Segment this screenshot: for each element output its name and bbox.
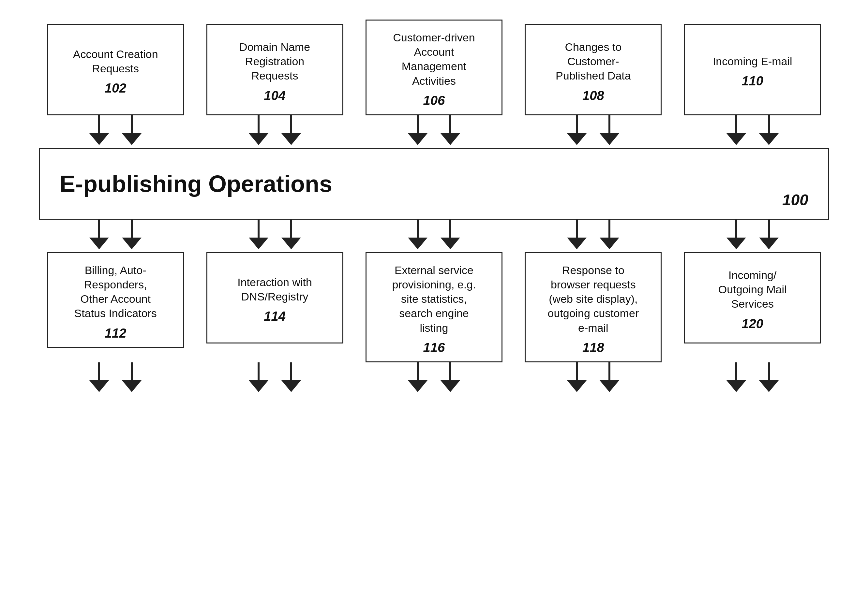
double-arrow-3 xyxy=(564,115,623,145)
arrow-line-icon xyxy=(290,220,292,238)
arrow-shaft-final-3-1 xyxy=(596,362,623,392)
box-110-label: Incoming E-mail xyxy=(713,54,792,69)
arrow-head-icon xyxy=(759,133,779,145)
arrow-head-icon xyxy=(726,380,746,392)
top-boxes-row: Account Creation Requests102Domain Name … xyxy=(26,19,842,115)
arrow-head-icon xyxy=(89,238,109,249)
arrows-bottom xyxy=(26,220,842,252)
arrow-shaft-0-0 xyxy=(86,115,112,145)
arrow-top-1 xyxy=(207,115,343,145)
arrow-bottom-4 xyxy=(684,220,821,249)
double-arrow-bottom-2 xyxy=(405,220,463,249)
double-arrow-1 xyxy=(245,115,304,145)
arrow-head-icon xyxy=(408,380,428,392)
arrow-final-0 xyxy=(47,362,184,392)
arrow-line-icon xyxy=(417,220,419,238)
arrow-final-4 xyxy=(684,362,821,392)
arrow-top-2 xyxy=(365,115,503,145)
bottom-boxes-row: Billing, Auto- Responders, Other Account… xyxy=(26,252,842,362)
arrow-head-icon xyxy=(249,238,268,249)
arrow-head-icon xyxy=(249,133,268,145)
arrow-line-icon xyxy=(768,362,770,380)
arrow-shaft-3-1 xyxy=(596,115,623,145)
double-arrow-final-1 xyxy=(245,362,304,392)
box-102: Account Creation Requests102 xyxy=(47,24,184,115)
arrow-shaft-final-1-0 xyxy=(245,362,272,392)
arrow-shaft-bottom-2-1 xyxy=(437,220,463,249)
box-114: Interaction with DNS/Registry114 xyxy=(207,252,343,344)
arrow-shaft-bottom-3-0 xyxy=(564,220,590,249)
double-arrow-final-3 xyxy=(564,362,623,392)
arrow-shaft-bottom-1-0 xyxy=(245,220,272,249)
arrow-line-icon xyxy=(735,220,737,238)
arrow-head-icon xyxy=(122,380,142,392)
box-102-number: 102 xyxy=(105,81,127,96)
arrow-line-icon xyxy=(576,220,578,238)
arrow-final-3 xyxy=(525,362,661,392)
arrow-head-icon xyxy=(600,238,619,249)
arrow-head-icon xyxy=(89,133,109,145)
arrow-bottom-1 xyxy=(207,220,343,249)
box-110-number: 110 xyxy=(741,74,763,88)
double-arrow-4 xyxy=(723,115,782,145)
arrow-shaft-2-0 xyxy=(405,115,431,145)
arrow-bottom-0 xyxy=(47,220,184,249)
arrow-shaft-bottom-0-0 xyxy=(86,220,112,249)
double-arrow-0 xyxy=(86,115,145,145)
box-110: Incoming E-mail110 xyxy=(684,24,821,115)
double-arrow-bottom-0 xyxy=(86,220,145,249)
arrow-head-icon xyxy=(600,380,619,392)
arrow-line-icon xyxy=(131,220,133,238)
arrow-line-icon xyxy=(768,115,770,133)
arrow-line-icon xyxy=(608,115,611,133)
arrow-line-icon xyxy=(735,362,737,380)
box-120: Incoming/ Outgoing Mail Services120 xyxy=(684,252,821,344)
box-112-label: Billing, Auto- Responders, Other Account… xyxy=(74,263,157,321)
arrow-shaft-final-4-1 xyxy=(756,362,782,392)
arrow-line-icon xyxy=(735,115,737,133)
arrow-line-icon xyxy=(98,115,100,133)
box-112: Billing, Auto- Responders, Other Account… xyxy=(47,252,184,348)
arrow-shaft-bottom-3-1 xyxy=(596,220,623,249)
arrow-head-icon xyxy=(408,133,428,145)
arrow-shaft-final-2-0 xyxy=(405,362,431,392)
arrow-shaft-4-0 xyxy=(723,115,749,145)
arrow-head-icon xyxy=(408,238,428,249)
arrow-head-icon xyxy=(440,380,460,392)
arrow-shaft-2-1 xyxy=(437,115,463,145)
arrow-line-icon xyxy=(417,362,419,380)
arrow-line-icon xyxy=(576,362,578,380)
arrow-shaft-0-1 xyxy=(119,115,145,145)
arrow-line-icon xyxy=(608,362,611,380)
arrow-shaft-final-0-1 xyxy=(119,362,145,392)
box-112-number: 112 xyxy=(105,326,127,341)
double-arrow-final-2 xyxy=(405,362,463,392)
arrow-head-icon xyxy=(759,238,779,249)
arrow-line-icon xyxy=(98,220,100,238)
box-120-label: Incoming/ Outgoing Mail Services xyxy=(718,268,787,311)
box-104: Domain Name Registration Requests104 xyxy=(207,24,343,115)
arrow-shaft-final-1-1 xyxy=(278,362,304,392)
main-box-label: E-publishing Operations xyxy=(60,170,332,197)
box-116-label: External service provisioning, e.g. site… xyxy=(392,263,476,335)
arrow-line-icon xyxy=(449,362,451,380)
arrow-shaft-bottom-4-0 xyxy=(723,220,749,249)
box-104-number: 104 xyxy=(264,88,286,103)
box-116-number: 116 xyxy=(423,340,445,355)
box-118-label: Response to browser requests (web site d… xyxy=(548,263,639,335)
main-epublishing-box: E-publishing Operations 100 xyxy=(39,148,829,220)
arrow-line-icon xyxy=(608,220,611,238)
arrow-head-icon xyxy=(726,133,746,145)
arrow-shaft-final-3-0 xyxy=(564,362,590,392)
arrow-head-icon xyxy=(122,238,142,249)
box-116: External service provisioning, e.g. site… xyxy=(365,252,503,362)
arrow-shaft-1-0 xyxy=(245,115,272,145)
arrow-line-icon xyxy=(131,362,133,380)
arrow-shaft-final-2-1 xyxy=(437,362,463,392)
arrow-line-icon xyxy=(290,115,292,133)
double-arrow-final-0 xyxy=(86,362,145,392)
box-106-label: Customer-driven Account Management Activ… xyxy=(393,30,475,88)
arrow-head-icon xyxy=(249,380,268,392)
box-102-label: Account Creation Requests xyxy=(73,47,158,76)
arrow-shaft-bottom-1-1 xyxy=(278,220,304,249)
